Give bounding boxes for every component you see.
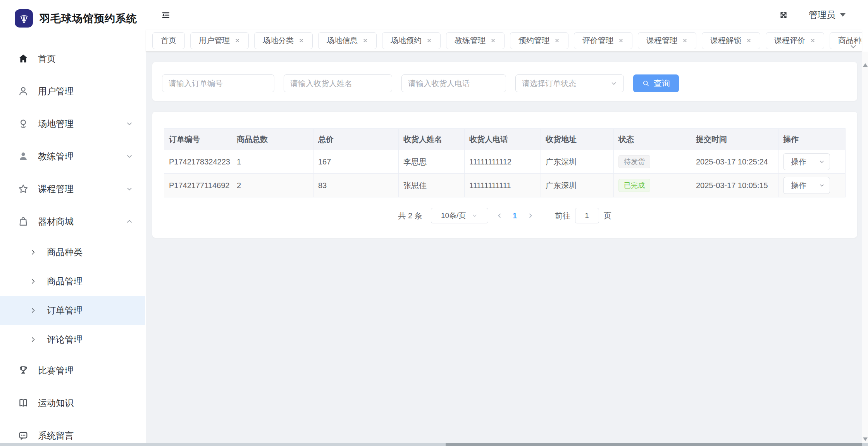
close-icon[interactable]: [362, 38, 368, 43]
sidebar-item-label: 比赛管理: [38, 365, 74, 377]
sidebar-item-label: 首页: [38, 53, 56, 65]
tab-course-unlock[interactable]: 课程解锁: [702, 32, 760, 49]
scroll-up-arrow-icon[interactable]: [863, 63, 868, 67]
chevron-down-icon: [126, 120, 133, 128]
close-icon[interactable]: [298, 38, 304, 43]
close-icon[interactable]: [618, 38, 624, 43]
tab-home[interactable]: 首页: [152, 32, 185, 49]
col-address: 收货地址: [541, 129, 614, 150]
tab-venue-info[interactable]: 场地信息: [318, 32, 377, 49]
sidebar-subitem-comment-management[interactable]: 评论管理: [0, 325, 145, 354]
sidebar: 羽毛球场馆预约系统 首页 用户管理 场地管理: [0, 0, 145, 446]
chevron-right-icon: [29, 307, 37, 314]
chevron-down-icon: [610, 80, 617, 87]
orders-table-panel: 订单编号 商品总数 总价 收货人姓名 收货人电话 收货地址 状态 提交时间 操作…: [152, 112, 857, 238]
main-content: 请选择订单状态 查询 订单编号 商品总数 总价: [146, 52, 862, 443]
tabbar: 首页 用户管理 场地分类 场地信息 场地预约 教练管理 预约管理 评价管理 课程…: [146, 30, 862, 52]
row-action-button[interactable]: 操作: [783, 177, 830, 194]
sidebar-subitem-product-management[interactable]: 商品管理: [0, 267, 145, 296]
close-icon[interactable]: [554, 38, 560, 43]
scroll-down-arrow-icon[interactable]: [863, 437, 868, 441]
sidebar-item-courses[interactable]: 课程管理: [0, 173, 145, 205]
user-menu[interactable]: 管理员: [809, 9, 846, 21]
star-icon: [17, 183, 29, 195]
sidebar-item-system-messages[interactable]: 系统留言: [0, 419, 145, 446]
coach-icon: [17, 150, 29, 162]
col-total-count: 商品总数: [232, 129, 313, 150]
cell-receiver-name: 张思佳: [399, 174, 465, 197]
chevron-right-icon: [29, 278, 37, 285]
trophy-icon: [17, 365, 29, 376]
chevron-down-icon: [126, 185, 133, 193]
row-action-button[interactable]: 操作: [783, 153, 830, 170]
close-icon[interactable]: [234, 38, 240, 43]
col-receiver-name: 收货人姓名: [399, 129, 465, 150]
close-icon[interactable]: [810, 38, 816, 43]
cell-order-no: P1742178324223: [164, 150, 232, 174]
tab-course-review[interactable]: 课程评价: [766, 32, 824, 49]
tab-venue-booking[interactable]: 场地预约: [382, 32, 441, 49]
receiver-phone-input[interactable]: [401, 74, 506, 92]
close-icon[interactable]: [746, 38, 752, 43]
search-button[interactable]: 查询: [633, 74, 679, 92]
horizontal-scrollbar[interactable]: [0, 443, 868, 446]
receiver-name-input[interactable]: [284, 74, 392, 92]
sidebar-subitem-order-management[interactable]: 订单管理: [0, 296, 145, 325]
tab-user-management[interactable]: 用户管理: [190, 32, 249, 49]
sidebar-item-users[interactable]: 用户管理: [0, 75, 145, 107]
close-icon[interactable]: [682, 38, 688, 43]
tab-overflow-chevron-down-icon[interactable]: [847, 39, 859, 54]
cell-status: 已完成: [614, 174, 691, 197]
sidebar-item-home[interactable]: 首页: [0, 42, 145, 75]
sidebar-item-equipment-mall[interactable]: 器材商城: [0, 205, 145, 238]
close-icon[interactable]: [490, 38, 496, 43]
sidebar-subitem-label: 评论管理: [47, 334, 83, 346]
chevron-down-icon: [126, 152, 133, 160]
prev-page-chevron-left-icon[interactable]: [488, 212, 511, 219]
vertical-scrollbar[interactable]: [862, 52, 868, 443]
tab-course-management[interactable]: 课程管理: [638, 32, 696, 49]
chevron-down-icon: [840, 13, 846, 17]
fullscreen-icon[interactable]: [778, 10, 789, 20]
order-no-input[interactable]: [162, 74, 274, 92]
sidebar-item-competitions[interactable]: 比赛管理: [0, 354, 145, 387]
location-icon: [17, 118, 29, 130]
message-icon: [17, 430, 29, 441]
cell-submit-time: 2025-03-17 10:05:15: [691, 174, 778, 197]
col-submit-time: 提交时间: [691, 129, 778, 150]
tab-venue-category[interactable]: 场地分类: [254, 32, 313, 49]
close-icon[interactable]: [426, 38, 432, 43]
tab-coach-management[interactable]: 教练管理: [446, 32, 505, 49]
goto-label: 前往: [555, 211, 570, 221]
order-status-select[interactable]: 请选择订单状态: [515, 74, 624, 92]
chevron-down-icon[interactable]: [814, 177, 830, 194]
cell-actions: 操作: [778, 150, 846, 174]
goto-page-input[interactable]: [575, 208, 599, 223]
tab-booking-management[interactable]: 预约管理: [510, 32, 568, 49]
chevron-down-icon[interactable]: [814, 154, 830, 170]
sidebar-subitem-product-category[interactable]: 商品种类: [0, 238, 145, 267]
sidebar-item-label: 运动知识: [38, 397, 74, 409]
tab-review-management[interactable]: 评价管理: [574, 32, 632, 49]
cell-total-price: 83: [313, 174, 399, 197]
cell-address: 广东深圳: [541, 174, 614, 197]
page-unit-label: 页: [604, 211, 611, 221]
table-row: P1742178324223 1 167 李思思 11111111112 广东深…: [164, 150, 846, 174]
sidebar-subitem-label: 商品管理: [47, 275, 83, 287]
order-status-placeholder: 请选择订单状态: [522, 78, 576, 89]
horizontal-scrollbar-thumb[interactable]: [446, 443, 862, 446]
pagination: 共 2 条 10条/页 1 前往 页: [164, 208, 846, 223]
col-order-no: 订单编号: [164, 129, 232, 150]
shopping-bag-icon: [17, 216, 29, 227]
page-number-current[interactable]: 1: [511, 211, 519, 220]
sidebar-item-coaches[interactable]: 教练管理: [0, 140, 145, 173]
sidebar-item-sport-knowledge[interactable]: 运动知识: [0, 387, 145, 419]
collapse-sidebar-icon[interactable]: [161, 10, 170, 20]
pagination-total: 共 2 条: [398, 211, 422, 221]
page-size-select[interactable]: 10条/页: [431, 208, 488, 223]
cell-status: 待发货: [614, 150, 691, 174]
sidebar-item-venues[interactable]: 场地管理: [0, 107, 145, 140]
cell-receiver-phone: 11111111112: [465, 150, 541, 174]
chevron-up-icon: [126, 218, 133, 225]
next-page-chevron-right-icon[interactable]: [519, 212, 542, 219]
